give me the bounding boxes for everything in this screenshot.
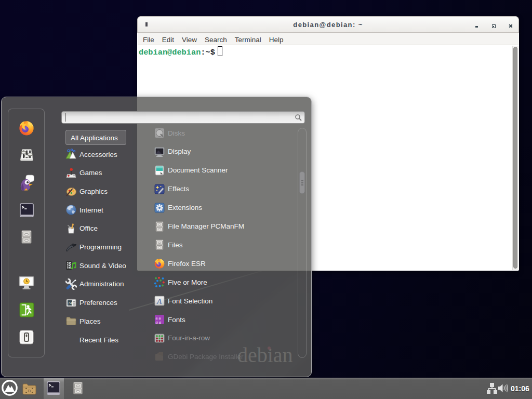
svg-text:A: A [156,297,162,305]
svg-text:a a: a a [156,320,162,325]
svg-text:D: D [28,389,31,393]
